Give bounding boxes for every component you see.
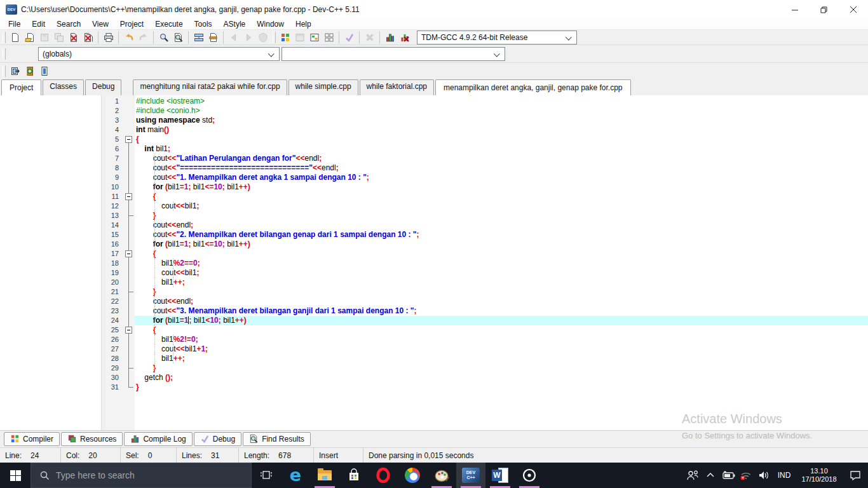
network-disconnected-icon[interactable] xyxy=(737,471,755,480)
minimize-button[interactable] xyxy=(780,0,810,19)
code-line[interactable]: 27 cout<<bil1+1; xyxy=(105,344,868,354)
taskbar-clock[interactable]: 13.10 17/10/2018 xyxy=(796,467,843,484)
file-tab-4[interactable]: menampilkan deret angka, ganjil, genap p… xyxy=(435,79,631,95)
remove-from-project-icon[interactable] xyxy=(37,64,51,78)
goto-line-icon[interactable] xyxy=(206,30,220,44)
report-tab-compiler[interactable]: Compiler xyxy=(4,432,60,446)
code-line[interactable]: 3using namespace std; xyxy=(105,116,868,125)
code-line[interactable]: 15 cout<<"2. Menampilkan deret bilangan … xyxy=(105,230,868,240)
file-tab-2[interactable]: while simple.cpp xyxy=(288,79,358,95)
start-button[interactable] xyxy=(0,463,31,488)
print-icon[interactable] xyxy=(101,30,116,44)
code-line[interactable]: 6 int bil1; xyxy=(105,144,868,154)
report-tab-compile-log[interactable]: Compile Log xyxy=(124,432,192,446)
code-line[interactable]: 4int main() xyxy=(105,125,868,135)
profile-delete-icon[interactable] xyxy=(397,30,412,44)
menu-tools[interactable]: Tools xyxy=(189,19,218,29)
code-line[interactable]: 8 cout<<"============================="<… xyxy=(105,163,868,173)
menu-view[interactable]: View xyxy=(86,19,114,29)
taskbar-devcpp-button[interactable]: DEVC++ xyxy=(456,463,485,488)
add-to-project-icon[interactable] xyxy=(22,64,37,78)
taskbar-gom-button[interactable] xyxy=(515,463,544,488)
close-button[interactable] xyxy=(839,0,868,19)
find-icon[interactable] xyxy=(156,30,171,44)
code-line[interactable]: 26 bil1%2!=0; xyxy=(105,335,868,344)
code-line[interactable]: 16 for (bil1=1; bil1<=10; bil1++) xyxy=(105,240,868,249)
restore-button[interactable] xyxy=(810,0,839,19)
tray-chevron-up-icon[interactable] xyxy=(702,472,719,478)
panel-tab-2[interactable]: Classes xyxy=(43,79,84,95)
code-line[interactable]: 11 { xyxy=(105,192,868,201)
taskbar-search-input[interactable]: Type here to search xyxy=(31,463,252,488)
code-line[interactable]: 25 { xyxy=(105,325,868,335)
close-all-icon[interactable] xyxy=(81,30,95,44)
project-explorer-panel[interactable] xyxy=(0,95,102,430)
code-line[interactable]: 19 cout<<bil1; xyxy=(105,268,868,278)
find-in-files-icon[interactable] xyxy=(171,30,186,44)
code-line[interactable]: 2#include <conio.h> xyxy=(105,106,868,116)
toolbar-grip[interactable] xyxy=(3,32,6,43)
profile-icon[interactable] xyxy=(383,30,397,44)
rebuild-icon[interactable] xyxy=(322,30,336,44)
compiler-select[interactable]: TDM-GCC 4.9.2 64-bit Release xyxy=(417,30,577,44)
replace-icon[interactable] xyxy=(191,30,206,44)
code-line[interactable]: 28 bil1++; xyxy=(105,354,868,363)
toolbar-grip[interactable] xyxy=(273,32,276,43)
toolbar-grip[interactable] xyxy=(3,48,6,60)
code-line[interactable]: 5{ xyxy=(105,135,868,144)
menu-project[interactable]: Project xyxy=(114,19,149,29)
code-line[interactable]: 30 getch (); xyxy=(105,373,868,383)
code-line[interactable]: 22 cout<<endl; xyxy=(105,297,868,306)
taskbar-paint-button[interactable] xyxy=(427,463,456,488)
fold-margin[interactable] xyxy=(123,192,135,201)
panel-tab-3[interactable]: Debug xyxy=(85,79,121,95)
code-line[interactable]: 17 { xyxy=(105,249,868,259)
code-line[interactable]: 12 cout<<bil1; xyxy=(105,201,868,211)
taskbar-file-explorer-button[interactable] xyxy=(310,463,339,488)
code-line[interactable]: 7 cout<<"Latihan Perulangan dengan for"<… xyxy=(105,154,868,163)
menu-help[interactable]: Help xyxy=(290,19,317,29)
open-icon[interactable] xyxy=(22,30,37,44)
code-line[interactable]: 20 bil1++; xyxy=(105,278,868,287)
panel-tab-1[interactable]: Project xyxy=(1,79,41,95)
globals-combobox[interactable]: (globals) xyxy=(38,47,280,61)
compile-icon[interactable] xyxy=(278,30,292,44)
fold-margin[interactable] xyxy=(123,249,135,259)
file-tab-3[interactable]: while faktorial.cpp xyxy=(360,79,434,95)
action-center-icon[interactable] xyxy=(843,470,868,480)
task-view-button[interactable] xyxy=(252,463,281,488)
syntax-check-icon[interactable] xyxy=(342,30,356,44)
fold-margin[interactable] xyxy=(123,325,135,335)
taskbar-chrome-button[interactable] xyxy=(398,463,427,488)
report-tab-debug[interactable]: Debug xyxy=(194,432,241,446)
taskbar-edge-button[interactable]: e xyxy=(281,463,310,488)
menu-file[interactable]: File xyxy=(3,19,26,29)
new-unit-icon[interactable] xyxy=(8,64,22,78)
code-line[interactable]: 29 } xyxy=(105,363,868,373)
volume-icon[interactable] xyxy=(755,470,773,480)
members-combobox[interactable] xyxy=(281,47,505,61)
code-line[interactable]: 1#include <iostream> xyxy=(105,97,868,106)
menu-edit[interactable]: Edit xyxy=(26,19,51,29)
code-line[interactable]: 10 for (bil1=1; bil1<=10; bil1++) xyxy=(105,182,868,192)
report-tab-resources[interactable]: Resources xyxy=(61,432,123,446)
menu-execute[interactable]: Execute xyxy=(149,19,188,29)
close-icon[interactable] xyxy=(66,30,81,44)
taskbar-word-button[interactable]: W xyxy=(485,463,515,488)
menu-search[interactable]: Search xyxy=(51,19,86,29)
undo-icon[interactable] xyxy=(121,30,136,44)
taskbar-opera-button[interactable] xyxy=(369,463,398,488)
code-editor[interactable]: 1#include <iostream>2#include <conio.h>3… xyxy=(105,95,868,430)
battery-icon[interactable] xyxy=(719,471,737,480)
compile-run-icon[interactable] xyxy=(307,30,322,44)
code-line[interactable]: 31} xyxy=(105,383,868,392)
menu-window[interactable]: Window xyxy=(251,19,290,29)
people-icon[interactable] xyxy=(684,470,702,481)
code-line[interactable]: 24 for (bil1=1; bil1<10; bil1++) xyxy=(105,316,868,325)
code-line[interactable]: 9 cout<<"1. Menampilkan deret angka 1 sa… xyxy=(105,173,868,182)
code-line[interactable]: 21 } xyxy=(105,287,868,297)
fold-margin[interactable] xyxy=(123,135,135,144)
toolbar-grip[interactable] xyxy=(3,65,6,77)
new-file-icon[interactable] xyxy=(8,30,22,44)
menu-astyle[interactable]: AStyle xyxy=(218,19,252,29)
